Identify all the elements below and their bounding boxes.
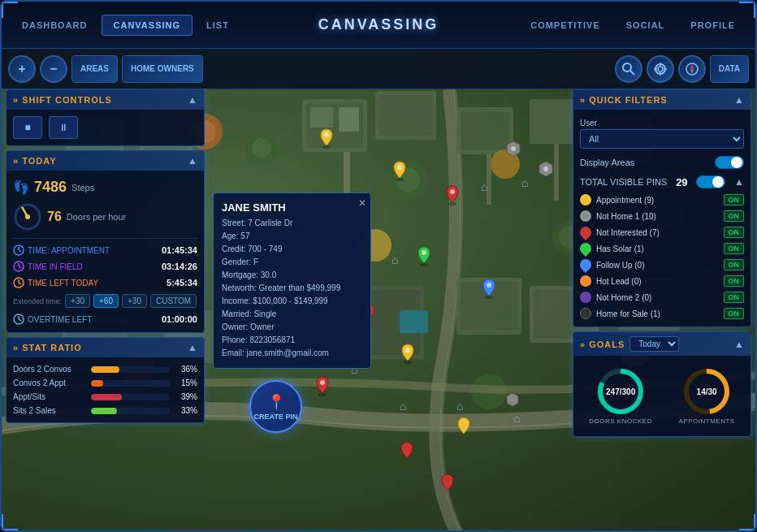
tab-list[interactable]: LIST bbox=[194, 15, 241, 36]
pin-notinterested-1[interactable] bbox=[444, 184, 461, 205]
clock-icon bbox=[13, 244, 24, 256]
user-filter-select[interactable]: All bbox=[580, 129, 744, 149]
pin-appointment-3[interactable] bbox=[400, 343, 416, 364]
filter-appointment-toggle[interactable]: ON bbox=[724, 194, 745, 205]
shift-controls-section: SHIFT CONTROLS ▲ ■ ⏸ bbox=[6, 89, 205, 146]
stat-appt-bar bbox=[91, 394, 122, 400]
pins-collapse[interactable]: ▲ bbox=[734, 176, 744, 188]
svg-rect-13 bbox=[461, 111, 509, 150]
total-pins-toggle[interactable] bbox=[696, 175, 725, 188]
pin-gray-bottom[interactable] bbox=[505, 391, 520, 411]
svg-point-85 bbox=[397, 165, 402, 170]
stat-ratio-collapse[interactable]: ▲ bbox=[188, 342, 197, 353]
svg-marker-102 bbox=[507, 393, 518, 406]
tab-profile[interactable]: PROFILE bbox=[678, 15, 747, 36]
time-infield-label: TIME IN FIELD bbox=[28, 262, 83, 271]
pin-appointment-2[interactable] bbox=[391, 160, 408, 181]
pin-red-bottom2[interactable] bbox=[440, 473, 455, 492]
zoom-out-button[interactable]: − bbox=[40, 55, 67, 83]
shift-controls-collapse[interactable]: ▲ bbox=[188, 94, 197, 106]
stop-button[interactable]: ■ bbox=[13, 116, 42, 139]
data-button[interactable]: DATA bbox=[710, 55, 749, 83]
stat-convos-pct: 15% bbox=[175, 378, 197, 387]
display-areas-row: Display Areas bbox=[580, 153, 744, 172]
stat-convos-appt: Convos 2 Appt 15% bbox=[13, 376, 197, 390]
home-owners-button[interactable]: HOME OWNERS bbox=[122, 55, 203, 83]
compass-button[interactable] bbox=[678, 55, 706, 83]
areas-button[interactable]: AREAS bbox=[71, 55, 118, 83]
pin-appointment-1[interactable] bbox=[318, 128, 335, 149]
create-pin-button[interactable]: 📍 CREATE PIN bbox=[249, 380, 302, 433]
map-controls-bar: + − AREAS HOME OWNERS bbox=[2, 49, 755, 89]
quick-filters-collapse[interactable]: ▲ bbox=[734, 94, 744, 106]
overtime-value: 01:00:00 bbox=[162, 314, 197, 324]
goals-section: GOALS Today ▲ bbox=[573, 331, 751, 437]
svg-point-83 bbox=[324, 132, 329, 137]
steps-label: Steps bbox=[71, 183, 94, 192]
goal-doors-label: DOORS KNOCKED bbox=[589, 417, 652, 425]
extend-60-button[interactable]: +60 bbox=[93, 294, 119, 308]
extend-30b-button[interactable]: +30 bbox=[122, 294, 147, 308]
popup-close-button[interactable]: ✕ bbox=[358, 197, 366, 209]
svg-point-87 bbox=[450, 189, 455, 194]
display-areas-toggle[interactable] bbox=[715, 156, 744, 169]
filter-nothome1-toggle[interactable]: ON bbox=[724, 210, 745, 222]
filter-hassolar: Has Solar (1) ON bbox=[580, 240, 744, 257]
search-button[interactable] bbox=[615, 55, 642, 83]
quick-filters-section: QUICK FILTERS ▲ User All Display Areas bbox=[573, 89, 751, 327]
stat-doors-label: Doors 2 Convos bbox=[13, 365, 86, 374]
filter-hotlead-toggle[interactable]: ON bbox=[724, 275, 745, 287]
popup-owner: Owner: Owner bbox=[222, 321, 362, 334]
pin-followup-1[interactable] bbox=[481, 278, 497, 299]
pin-nothome-1[interactable] bbox=[505, 140, 521, 158]
popup-street: Street: 7 Carlisle Dr bbox=[222, 217, 362, 230]
time-left-value: 5:45:34 bbox=[167, 278, 197, 288]
shift-controls-body: ■ ⏸ bbox=[6, 110, 204, 145]
stat-sits-label: Sits 2 Sales bbox=[13, 406, 86, 415]
stat-doors-bar bbox=[91, 366, 119, 373]
today-collapse[interactable]: ▲ bbox=[188, 155, 197, 167]
hotlead-pin-icon bbox=[580, 275, 591, 287]
extend-custom-button[interactable]: CUSTOM bbox=[150, 294, 197, 308]
target-button[interactable] bbox=[647, 55, 674, 83]
zoom-in-button[interactable]: + bbox=[8, 55, 36, 83]
filter-followup-label: Follow Up (0) bbox=[596, 261, 644, 270]
pin-red-bottom[interactable] bbox=[400, 440, 414, 460]
svg-line-51 bbox=[630, 71, 634, 75]
stat-sits-bar bbox=[91, 408, 117, 414]
filter-notinterested-toggle[interactable]: ON bbox=[724, 227, 745, 238]
tab-dashboard[interactable]: DASHBOARD bbox=[10, 15, 100, 36]
doors-per-hour-count: 76 bbox=[47, 210, 62, 224]
filter-followup-toggle[interactable]: ON bbox=[724, 259, 745, 270]
pause-button[interactable]: ⏸ bbox=[49, 116, 78, 139]
svg-point-53 bbox=[658, 67, 663, 71]
time-left-row: TIME LEFT TODAY 5:45:34 bbox=[13, 275, 197, 291]
stat-doors-bar-bg bbox=[91, 366, 170, 373]
pin-nothome-2[interactable] bbox=[538, 160, 554, 178]
left-panel: SHIFT CONTROLS ▲ ■ ⏸ TODAY ▲ 👣 7486 Step… bbox=[6, 89, 205, 423]
today-section: TODAY ▲ 👣 7486 Steps 76 Door bbox=[6, 150, 205, 333]
tab-social[interactable]: SOCIAL bbox=[614, 15, 677, 36]
tab-competitive[interactable]: COMPETITIVE bbox=[518, 15, 612, 36]
pin-notinterested-3[interactable] bbox=[314, 375, 331, 396]
filter-hassolar-toggle[interactable]: ON bbox=[724, 243, 745, 254]
page-title: CANVASSING bbox=[318, 16, 439, 33]
goals-period-select[interactable]: Today bbox=[629, 336, 679, 352]
goals-collapse[interactable]: ▲ bbox=[734, 339, 744, 350]
popup-phone: Phone: 8223056871 bbox=[222, 334, 362, 347]
goal-appointments-label: APPOINTMENTS bbox=[679, 417, 735, 425]
filter-homesale-toggle[interactable]: ON bbox=[724, 308, 745, 319]
filter-nothome2-toggle[interactable]: ON bbox=[724, 292, 745, 303]
stat-appt-sits: Appt/Sits 39% bbox=[13, 390, 197, 404]
tab-canvassing[interactable]: CANVASSING bbox=[102, 15, 193, 36]
time-appointment-row: TIME: APPOINTMENT 01:45:34 bbox=[13, 242, 197, 258]
extend-30a-button[interactable]: +30 bbox=[65, 294, 90, 308]
extend-row: Extended time: +30 +60 +30 CUSTOM bbox=[13, 291, 197, 311]
filter-notinterested-left: Not Interested (7) bbox=[580, 227, 660, 238]
time-infield-row: TIME IN FIELD 03:14:26 bbox=[13, 258, 197, 275]
pin-solar-1[interactable] bbox=[416, 245, 432, 266]
goal-doors-ring: 247/300 bbox=[596, 367, 645, 416]
notinterested-pin-icon bbox=[577, 224, 594, 240]
goals-title: GOALS bbox=[580, 340, 625, 349]
pin-yellow-bottom[interactable] bbox=[456, 416, 471, 435]
